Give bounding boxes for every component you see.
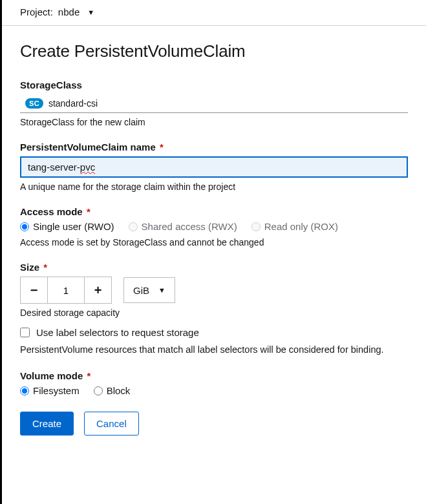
storageclass-dropdown[interactable]: SC standard-csi [20,94,408,113]
access-mode-rwo[interactable]: Single user (RWO) [20,221,114,232]
required-mark: * [160,142,164,152]
storageclass-badge: SC [25,98,43,109]
page-title: Create PersistentVolumeClaim [20,41,408,61]
size-field: Size * − + GiB ▼ Desired storage capacit… [20,262,408,318]
access-mode-field: Access mode * Single user (RWO) Shared a… [20,206,408,247]
form-actions: Create Cancel [20,412,408,436]
label-selectors-checkbox[interactable] [20,328,30,337]
pvc-name-label: PersistentVolumeClaim name * [20,142,408,152]
volume-mode-block[interactable]: Block [94,385,131,396]
required-mark: * [87,206,91,217]
access-mode-rox-radio [251,222,261,231]
size-increment-button[interactable]: + [84,277,111,303]
storageclass-field: StorageClass SC standard-csi StorageClas… [20,79,408,127]
volume-mode-label: Volume mode * [20,370,408,381]
size-spinner: − + [20,277,112,304]
chevron-down-icon: ▼ [158,286,165,294]
storageclass-value: standard-csi [48,98,98,109]
pvc-name-helper: A unique name for the storage claim with… [20,182,408,192]
volume-mode-block-radio[interactable] [94,386,103,395]
label-selectors-helper: PersistentVolume resources that match al… [20,344,408,355]
project-name: nbde [58,6,80,17]
access-mode-label: Access mode * [20,206,408,217]
required-mark: * [43,262,47,273]
label-selectors-label: Use label selectors to request storage [36,327,199,338]
access-mode-radios: Single user (RWO) Shared access (RWX) Re… [20,221,408,232]
size-helper: Desired storage capacity [20,308,408,318]
access-mode-rox: Read only (ROX) [251,221,338,232]
access-mode-helper: Access mode is set by StorageClass and c… [20,237,408,247]
volume-mode-filesystem-radio[interactable] [20,386,29,395]
volume-mode-filesystem[interactable]: Filesystem [20,385,80,396]
size-controls: − + GiB ▼ [20,277,408,304]
chevron-down-icon: ▼ [87,8,94,16]
volume-mode-field: Volume mode * Filesystem Block [20,370,408,396]
storageclass-label: StorageClass [20,79,408,90]
size-label: Size * [20,262,408,273]
project-selector[interactable]: Project: nbde ▼ [2,0,426,26]
project-label-prefix: Project: [20,6,53,17]
access-mode-rwx-radio [129,222,138,231]
size-decrement-button[interactable]: − [21,277,48,303]
pvc-name-field: PersistentVolumeClaim name * tang-server… [20,142,408,192]
cancel-button[interactable]: Cancel [84,412,139,436]
volume-mode-radios: Filesystem Block [20,385,408,396]
create-button[interactable]: Create [20,412,74,436]
size-input[interactable] [48,277,84,303]
required-mark: * [87,370,91,381]
storageclass-helper: StorageClass for the new claim [20,117,408,127]
form: Create PersistentVolumeClaim StorageClas… [2,26,426,448]
label-selectors-row: Use label selectors to request storage [20,327,408,338]
access-mode-rwo-radio[interactable] [20,222,29,231]
pvc-name-input[interactable]: tang-server-pvc [20,156,408,178]
access-mode-rwx: Shared access (RWX) [129,221,237,232]
size-unit-dropdown[interactable]: GiB ▼ [123,277,175,303]
size-unit-value: GiB [133,285,149,296]
